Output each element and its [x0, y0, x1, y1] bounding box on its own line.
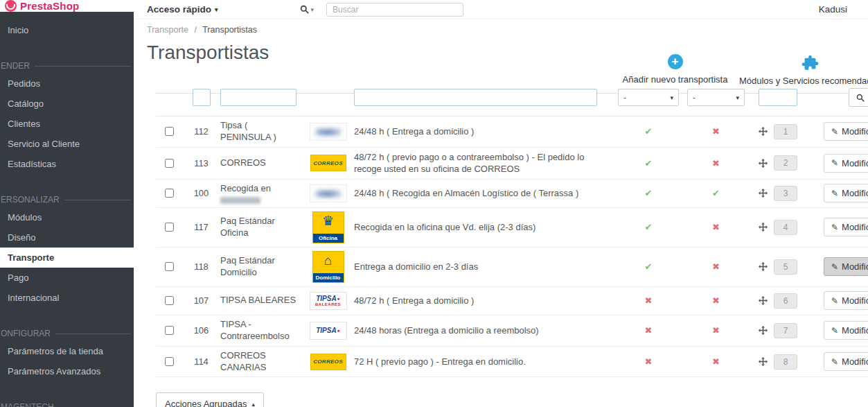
- move-handle-icon[interactable]: [759, 127, 768, 136]
- logo-text: CORREOS: [313, 160, 343, 166]
- status-enabled-icon[interactable]: ✔: [645, 158, 653, 168]
- move-handle-icon[interactable]: [759, 159, 768, 168]
- move-handle-icon[interactable]: [759, 189, 768, 198]
- free-shipping-disabled-icon[interactable]: ✖: [712, 325, 720, 336]
- free-shipping-disabled-icon[interactable]: ✖: [712, 261, 720, 272]
- move-handle-icon[interactable]: [759, 262, 768, 271]
- filter-name-input[interactable]: [220, 89, 296, 106]
- sidebar-item-pedidos[interactable]: Pedidos: [0, 73, 134, 94]
- carrier-row: 113CORREOSCORREOS48/72 h ( previo pago o…: [156, 148, 868, 180]
- carrier-logo-blurred: [310, 184, 347, 202]
- free-shipping-cell: ✖: [683, 353, 749, 370]
- user-menu[interactable]: Kadusi: [819, 4, 847, 15]
- move-handle-icon[interactable]: [759, 326, 768, 335]
- carrier-name: CORREOS: [220, 157, 266, 168]
- filter-delay-input[interactable]: [354, 89, 597, 106]
- carrier-logo-cell: [302, 119, 354, 144]
- filter-name-cell: [220, 85, 302, 110]
- free-shipping-disabled-icon[interactable]: ✖: [712, 295, 720, 306]
- row-checkbox[interactable]: [165, 159, 174, 168]
- status-enabled-icon[interactable]: ✔: [645, 188, 653, 198]
- row-checkbox[interactable]: [165, 357, 174, 366]
- free-shipping-disabled-icon[interactable]: ✖: [712, 126, 720, 137]
- move-handle-icon[interactable]: [759, 223, 768, 232]
- status-disabled-icon[interactable]: ✖: [645, 325, 653, 336]
- add-carrier-button[interactable]: + Añadir nuevo transportista: [608, 54, 743, 86]
- checkbox-cell: [156, 259, 182, 275]
- edit-button[interactable]: ✎ Modificar: [824, 257, 868, 276]
- edit-button[interactable]: ✎ Modificar: [824, 291, 868, 310]
- edit-button[interactable]: ✎ Modificar: [824, 218, 868, 236]
- filter-position-input[interactable]: [759, 89, 797, 106]
- position-cell: 5: [749, 256, 824, 278]
- quick-access-menu[interactable]: Acceso rápido ▾: [147, 4, 218, 15]
- carrier-row: 107TIPSA BALEARESTIPSA●BALEARES48/72 h (…: [156, 287, 868, 315]
- filter-status-select[interactable]: - ▾: [618, 89, 679, 106]
- carrier-logo-cell: ⌂Domicilio: [302, 248, 354, 286]
- global-search-input[interactable]: [326, 3, 463, 17]
- sidebar-item-parametros-de-la-tienda[interactable]: Parámetros de la tienda: [0, 341, 134, 361]
- row-checkbox[interactable]: [165, 326, 174, 335]
- move-handle-icon[interactable]: [759, 357, 768, 366]
- carrier-rows: 112Tipsa ( PENINSULA )24/48 h ( Entrega …: [156, 116, 868, 377]
- bulk-actions-button[interactable]: Acciones Agrupadas ▴: [156, 392, 264, 407]
- sidebar-item-clientes[interactable]: Clientes: [0, 114, 134, 134]
- edit-button[interactable]: ✎ Modificar: [824, 352, 868, 371]
- section-header-vender: ENDER: [0, 58, 134, 73]
- position-badge: 1: [774, 124, 797, 139]
- row-checkbox[interactable]: [165, 223, 174, 232]
- search-type-selector[interactable]: ▾: [300, 5, 315, 14]
- status-enabled-icon[interactable]: ✔: [645, 222, 653, 232]
- sidebar-item-servicio-al-cliente[interactable]: Servicio al Cliente: [0, 134, 134, 154]
- filter-id-cell: [182, 85, 220, 110]
- sidebar-item-internacional[interactable]: Internacional: [0, 288, 134, 308]
- free-shipping-enabled-icon[interactable]: ✔: [712, 188, 720, 198]
- sidebar-item-diseno[interactable]: Diseño: [0, 227, 134, 248]
- sidebar-item-modulos[interactable]: Módulos: [0, 207, 134, 227]
- dot-icon: ●: [337, 296, 340, 301]
- status-disabled-icon[interactable]: ✖: [645, 356, 653, 367]
- carrier-logo-correos: CORREOS: [310, 354, 346, 370]
- edit-button[interactable]: ✎ Modificar: [824, 154, 868, 173]
- breadcrumb-current: Transportistas: [202, 25, 257, 35]
- filter-search-button[interactable]: Buscar: [849, 88, 868, 107]
- sidebar-item-catalogo[interactable]: Catálogo: [0, 94, 134, 114]
- status-cell: ✖: [614, 322, 683, 339]
- filter-id-input[interactable]: [193, 89, 211, 106]
- house-icon: ⌂: [324, 253, 332, 268]
- edit-button[interactable]: ✎ Modificar: [824, 184, 868, 202]
- add-icon: +: [668, 54, 683, 69]
- status-enabled-icon[interactable]: ✔: [645, 126, 653, 137]
- free-shipping-disabled-icon[interactable]: ✖: [712, 356, 720, 367]
- carrier-id: 113: [182, 155, 220, 172]
- sidebar-item-inicio[interactable]: Inicio: [0, 20, 134, 40]
- move-handle-icon[interactable]: [759, 296, 768, 305]
- edit-button[interactable]: ✎ Modificar: [824, 122, 868, 141]
- carrier-name: CORREOS CANARIAS: [220, 350, 266, 372]
- sidebar-item-parametros-avanzados[interactable]: Parámetros Avanzados: [0, 361, 134, 381]
- status-cell: ✖: [614, 292, 683, 309]
- recommended-modules-button[interactable]: Módulos y Servicios recomendados: [743, 54, 868, 86]
- filter-search-cell: Buscar: [824, 85, 868, 110]
- status-enabled-icon[interactable]: ✔: [645, 261, 653, 272]
- sidebar-item-estadisticas[interactable]: Estadísticas: [0, 154, 134, 174]
- row-checkbox[interactable]: [165, 189, 174, 198]
- prestashop-logo-icon: [5, 0, 17, 12]
- chevron-down-icon: ▾: [215, 6, 218, 13]
- logo-text-row: TIPSA●: [316, 295, 340, 302]
- edit-button[interactable]: ✎ Modificar: [824, 321, 868, 340]
- row-checkbox[interactable]: [165, 296, 174, 305]
- free-shipping-disabled-icon[interactable]: ✖: [712, 158, 720, 168]
- free-shipping-disabled-icon[interactable]: ✖: [712, 222, 720, 232]
- row-checkbox[interactable]: [165, 262, 174, 271]
- sidebar-item-transporte[interactable]: Transporte: [0, 248, 134, 268]
- search-icon: [300, 5, 309, 14]
- row-checkbox[interactable]: [165, 127, 174, 136]
- prestashop-logo[interactable]: PrestaShop: [0, 0, 134, 12]
- status-disabled-icon[interactable]: ✖: [645, 295, 653, 306]
- carrier-id: 118: [182, 258, 220, 275]
- breadcrumb-parent[interactable]: Transporte: [147, 25, 188, 35]
- carrier-row: 106TIPSA - ContrareembolsoTIPSA●24/48 ho…: [156, 315, 868, 347]
- sidebar-item-pago[interactable]: Pago: [0, 268, 134, 288]
- filter-free-shipping-select[interactable]: - ▾: [687, 89, 745, 106]
